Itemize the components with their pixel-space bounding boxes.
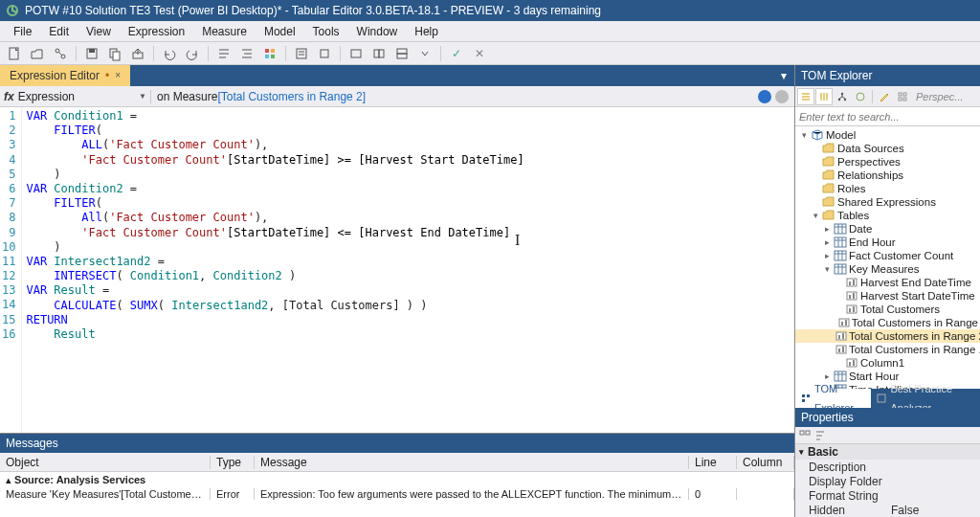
property-row[interactable]: Format String [795, 488, 980, 503]
svg-rect-29 [835, 237, 846, 247]
new-icon[interactable] [4, 44, 25, 63]
tree-node[interactable]: Total Customers [795, 303, 980, 316]
tree-node[interactable]: ▸Date [795, 222, 980, 236]
cancel-icon[interactable] [775, 90, 789, 103]
open-icon[interactable] [27, 44, 48, 63]
tree-node[interactable]: Perspectives [795, 155, 980, 169]
tom-tree[interactable]: ▾ModelData SourcesPerspectivesRelationsh… [795, 126, 980, 389]
tab-expression-editor[interactable]: Expression Editor • × [0, 65, 130, 86]
tree-node[interactable]: ▾Model [795, 128, 980, 142]
properties-category-basic[interactable]: ▾Basic [795, 444, 980, 460]
svg-rect-41 [839, 319, 849, 326]
property-row[interactable]: Display Folder [795, 474, 980, 488]
svg-point-20 [841, 92, 843, 94]
tree-node[interactable]: ▸Fact Customer Count [795, 249, 980, 262]
deploy-icon[interactable] [127, 44, 148, 63]
tree-node[interactable]: Column1 [795, 356, 980, 370]
code-editor[interactable]: 12345678910111213141516 VAR Condition1 =… [0, 107, 794, 433]
tree-node[interactable]: ▾Tables [795, 209, 980, 222]
undo-icon[interactable] [159, 44, 180, 63]
col-object[interactable]: Object [0, 456, 211, 469]
col-line[interactable]: Line [689, 456, 737, 469]
tree-node[interactable]: Total Customers in Range ... [795, 343, 980, 356]
categorize-icon[interactable] [799, 430, 811, 441]
accept-icon[interactable] [758, 90, 771, 103]
close-icon[interactable]: ✕ [469, 44, 490, 63]
window1-icon[interactable] [345, 44, 367, 63]
menu-help[interactable]: Help [407, 23, 446, 40]
tree-node[interactable]: Total Customers in Range 2 [795, 329, 980, 343]
svg-rect-28 [835, 224, 846, 234]
copy-icon[interactable] [104, 44, 125, 63]
menu-model[interactable]: Model [256, 23, 303, 40]
check-icon[interactable]: ✓ [446, 44, 467, 63]
svg-rect-11 [265, 55, 269, 58]
window3-icon[interactable] [391, 44, 412, 63]
close-tab-icon[interactable]: × [115, 65, 121, 86]
svg-rect-45 [838, 335, 840, 339]
tree-node[interactable]: Shared Expressions [795, 195, 980, 209]
grid-icon[interactable] [894, 88, 911, 105]
tom-toolbar: Perspec... [795, 86, 980, 107]
col-column[interactable]: Column [737, 456, 794, 469]
save-icon[interactable] [81, 44, 102, 63]
perspective-selector[interactable]: Perspec... [912, 91, 978, 102]
menu-measure[interactable]: Measure [194, 23, 255, 40]
svg-rect-35 [847, 292, 857, 300]
svg-rect-49 [842, 347, 844, 352]
menu-tools[interactable]: Tools [305, 23, 347, 40]
tom-search[interactable] [795, 107, 980, 126]
panel-menu-icon[interactable]: ▾ [773, 66, 794, 85]
tree-node[interactable]: Data Sources [795, 142, 980, 155]
redo-icon[interactable] [182, 44, 203, 63]
sort-icon[interactable] [814, 430, 826, 441]
svg-rect-51 [849, 362, 851, 366]
pencil-icon[interactable] [876, 88, 893, 105]
tab-best-practice-analyzer[interactable]: Best Practice Analyzer [871, 389, 980, 408]
tree-node[interactable]: Total Customers in Range [795, 316, 980, 329]
menu-file[interactable]: File [6, 23, 39, 40]
menu-expression[interactable]: Expression [121, 23, 192, 40]
toolbar-separator [340, 46, 341, 61]
box-icon[interactable] [314, 44, 335, 63]
menu-edit[interactable]: Edit [41, 23, 77, 40]
property-row[interactable]: HiddenFalse [795, 503, 980, 517]
palette-icon[interactable] [259, 44, 280, 63]
toolbar-separator [440, 46, 441, 61]
tree-icon [801, 393, 811, 403]
tom-explorer-title: TOM Explorer [795, 65, 980, 86]
col-message[interactable]: Message [255, 456, 689, 469]
tree-node[interactable]: Roles [795, 182, 980, 195]
filter-icon[interactable] [852, 88, 869, 105]
comment-icon[interactable] [236, 44, 257, 63]
menu-window[interactable]: Window [349, 23, 406, 40]
message-row[interactable]: Measure 'Key Measures'[Total Customers i… [0, 488, 794, 500]
message-source[interactable]: ▴ Source: Analysis Services [0, 472, 794, 488]
list-view-icon[interactable] [797, 88, 814, 105]
tree-node[interactable]: Relationships [795, 169, 980, 182]
menu-view[interactable]: View [78, 23, 119, 40]
properties-toolbar [795, 427, 980, 444]
format-icon[interactable] [213, 44, 234, 63]
search-input[interactable] [799, 111, 976, 123]
toolbar-separator [872, 90, 873, 103]
text-cursor-icon: I [515, 232, 520, 249]
connect-icon[interactable] [50, 44, 71, 63]
column-view-icon[interactable] [815, 88, 833, 105]
property-row[interactable]: Description [795, 460, 980, 474]
script-icon[interactable] [291, 44, 312, 63]
tree-node[interactable]: ▾Key Measures [795, 262, 980, 276]
message-source-label: Source: Analysis Services [14, 474, 145, 485]
col-type[interactable]: Type [211, 456, 255, 469]
context-measure-link[interactable]: Total Customers in Range 2 [221, 90, 363, 103]
category-label: Basic [808, 445, 838, 459]
tree-node[interactable]: Harvest End DateTime [795, 276, 980, 289]
window2-icon[interactable] [368, 44, 390, 63]
expression-selector[interactable]: fx Expression ▼ [0, 90, 151, 103]
tree-node[interactable]: ▸End Hour [795, 236, 980, 249]
tree-node[interactable]: Harvest Start DateTime [795, 289, 980, 303]
hierarchy-icon[interactable] [834, 88, 851, 105]
chevron-down-icon[interactable] [414, 44, 435, 63]
tab-tom-explorer[interactable]: TOM Explorer [795, 389, 871, 408]
code-area[interactable]: VAR Condition1 = FILTER( ALL('Fact Custo… [22, 107, 527, 433]
